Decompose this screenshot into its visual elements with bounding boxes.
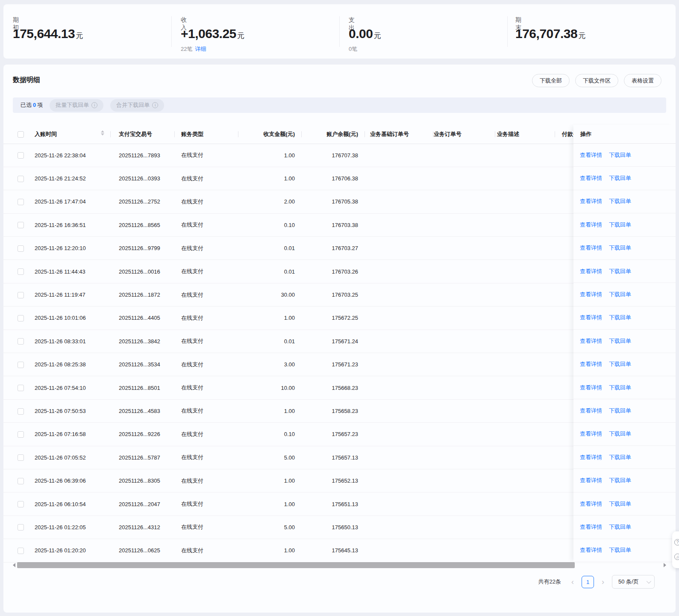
page-number-button[interactable]: 1 [582, 576, 594, 588]
row-checkbox[interactable] [18, 315, 24, 321]
row-checkbox[interactable] [18, 338, 24, 345]
cell-account-type: 在线支付 [174, 423, 238, 446]
row-checkbox[interactable] [18, 199, 24, 205]
cell-balance: 175668.23 [301, 376, 364, 399]
view-detail-link[interactable]: 查看详情 [580, 500, 602, 508]
row-checkbox[interactable] [18, 245, 24, 252]
summary-income-value: +1,063.25元 [181, 27, 244, 41]
view-detail-link[interactable]: 查看详情 [580, 477, 602, 484]
divider [339, 16, 340, 47]
download-receipt-link[interactable]: 下载回单 [609, 360, 631, 368]
download-receipt-link[interactable]: 下载回单 [609, 174, 631, 182]
download-all-button[interactable]: 下载全部 [532, 74, 570, 87]
row-checkbox[interactable] [18, 222, 24, 228]
cell-time: 2025-11-26 21:24:52 [32, 167, 110, 190]
cell-account-type: 在线支付 [174, 353, 238, 376]
download-receipt-link[interactable]: 下载回单 [609, 523, 631, 531]
row-actions: 查看详情下载回单 [573, 492, 676, 516]
download-receipt-link[interactable]: 下载回单 [609, 197, 631, 205]
view-detail-link[interactable]: 查看详情 [580, 244, 602, 252]
merge-download-button[interactable]: 合并下载回单i [110, 99, 164, 112]
headset-icon[interactable]: ♫ [674, 554, 679, 560]
view-detail-link[interactable]: 查看详情 [580, 174, 602, 182]
row-checkbox[interactable] [18, 362, 24, 368]
table-settings-button[interactable]: 表格设置 [624, 74, 661, 87]
row-actions: 查看详情下载回单 [573, 399, 676, 422]
cell-txn-id: 20251126...2752 [110, 190, 174, 213]
download-receipt-link[interactable]: 下载回单 [609, 407, 631, 415]
row-checkbox[interactable] [18, 408, 24, 415]
row-checkbox[interactable] [18, 176, 24, 182]
view-detail-link[interactable]: 查看详情 [580, 384, 602, 392]
data-detail-card: 数据明细 下载全部 下载文件区 表格设置 已选0项 批量下载回单i 合并下载回单… [3, 65, 676, 613]
sort-icon[interactable] [101, 130, 104, 136]
view-detail-link[interactable]: 查看详情 [580, 407, 602, 415]
view-detail-link[interactable]: 查看详情 [580, 546, 602, 554]
select-all-checkbox[interactable] [18, 131, 24, 138]
horizontal-scrollbar[interactable] [3, 562, 676, 569]
cell-txn-id: 20251126...8305 [110, 469, 174, 492]
row-checkbox[interactable] [18, 548, 24, 554]
row-checkbox[interactable] [18, 292, 24, 298]
download-receipt-link[interactable]: 下载回单 [609, 221, 631, 229]
row-checkbox[interactable] [18, 501, 24, 507]
row-actions: 查看详情下载回单 [573, 469, 676, 492]
page-size-select[interactable]: 50 条/页 [612, 575, 655, 589]
unit-label: 元 [373, 32, 381, 40]
view-detail-link[interactable]: 查看详情 [580, 360, 602, 368]
row-checkbox[interactable] [18, 478, 24, 484]
view-detail-link[interactable]: 查看详情 [580, 337, 602, 345]
row-checkbox[interactable] [18, 454, 24, 461]
download-receipt-link[interactable]: 下载回单 [609, 244, 631, 252]
row-actions: 查看详情下载回单 [573, 353, 676, 376]
download-receipt-link[interactable]: 下载回单 [609, 291, 631, 298]
cell-desc [495, 423, 555, 446]
download-receipt-link[interactable]: 下载回单 [609, 500, 631, 508]
scrollbar-thumb[interactable] [17, 562, 575, 568]
cell-account-type: 在线支付 [174, 376, 238, 399]
question-icon[interactable]: ? [674, 539, 679, 545]
download-filezone-button[interactable]: 下载文件区 [575, 74, 618, 87]
row-checkbox[interactable] [18, 385, 24, 391]
view-detail-link[interactable]: 查看详情 [580, 221, 602, 229]
cell-base-order [364, 307, 433, 330]
cell-time: 2025-11-26 17:47:04 [32, 190, 110, 213]
header-order: 业务订单号 [433, 125, 495, 144]
view-detail-link[interactable]: 查看详情 [580, 454, 602, 461]
download-receipt-link[interactable]: 下载回单 [609, 337, 631, 345]
row-checkbox[interactable] [18, 524, 24, 531]
view-detail-link[interactable]: 查看详情 [580, 291, 602, 298]
batch-download-button[interactable]: 批量下载回单i [50, 99, 103, 112]
cell-balance: 175657.13 [301, 446, 364, 469]
view-detail-link[interactable]: 查看详情 [580, 314, 602, 321]
cell-time: 2025-11-26 01:20:20 [32, 539, 110, 562]
download-receipt-link[interactable]: 下载回单 [609, 454, 631, 461]
cell-txn-id: 20251126...8565 [110, 213, 174, 236]
download-receipt-link[interactable]: 下载回单 [609, 430, 631, 438]
prev-page-icon[interactable]: ‹ [570, 576, 575, 588]
row-checkbox[interactable] [18, 152, 24, 159]
cell-amount: 1.00 [238, 144, 301, 167]
view-detail-link[interactable]: 查看详情 [580, 151, 602, 159]
cell-account-type: 在线支付 [174, 260, 238, 283]
cell-account-type: 在线支付 [174, 330, 238, 353]
row-checkbox[interactable] [18, 431, 24, 438]
download-receipt-link[interactable]: 下载回单 [609, 546, 631, 554]
view-detail-link[interactable]: 查看详情 [580, 197, 602, 205]
scroll-left-icon[interactable] [13, 563, 15, 567]
download-receipt-link[interactable]: 下载回单 [609, 384, 631, 392]
scroll-right-icon[interactable] [664, 563, 666, 567]
download-receipt-link[interactable]: 下载回单 [609, 477, 631, 484]
view-detail-link[interactable]: 查看详情 [580, 268, 602, 275]
summary-income-count: 22笔详细 [181, 45, 206, 53]
next-page-icon[interactable]: › [600, 576, 606, 588]
view-detail-link[interactable]: 查看详情 [580, 523, 602, 531]
download-receipt-link[interactable]: 下载回单 [609, 151, 631, 159]
row-checkbox[interactable] [18, 268, 24, 275]
cell-desc [495, 190, 555, 213]
view-detail-link[interactable]: 查看详情 [580, 430, 602, 438]
download-receipt-link[interactable]: 下载回单 [609, 314, 631, 321]
income-detail-link[interactable]: 详细 [195, 46, 206, 52]
download-receipt-link[interactable]: 下载回单 [609, 268, 631, 275]
cell-balance: 176703.26 [301, 260, 364, 283]
